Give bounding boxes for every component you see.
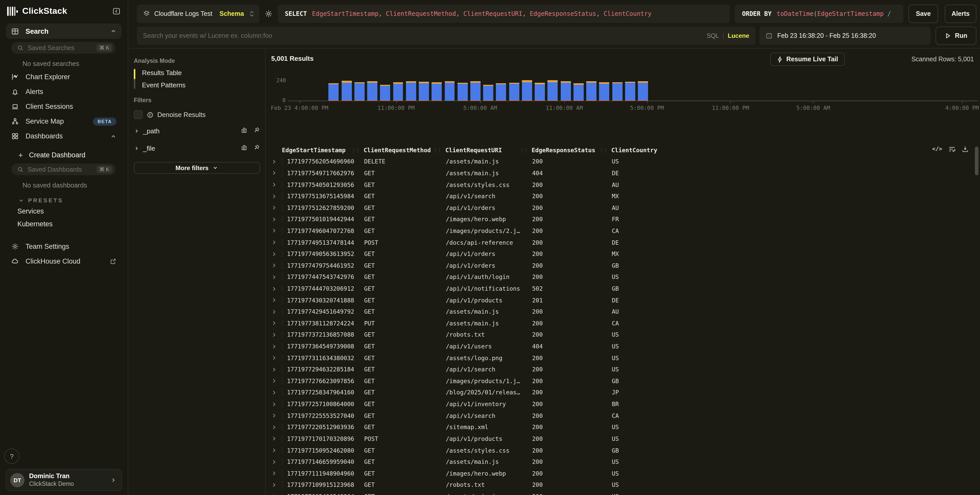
table-row[interactable]: 1771977276623097856 GET /images/products… bbox=[271, 375, 973, 387]
filter-field-path[interactable]: _path bbox=[134, 122, 260, 140]
sidebar-collapse-icon[interactable] bbox=[112, 7, 121, 15]
table-row[interactable]: 1771977372136857088 GET /robots.txt 200 … bbox=[271, 329, 973, 341]
table-row[interactable]: 1771977364549739008 GET /api/v1/users 40… bbox=[271, 341, 973, 352]
column-header[interactable]: EdgeResponseStatus⋮⋮ bbox=[531, 146, 611, 154]
bar-chart-icon[interactable] bbox=[241, 144, 248, 152]
row-expand-chevron-icon[interactable] bbox=[271, 285, 282, 292]
row-expand-chevron-icon[interactable] bbox=[271, 250, 282, 258]
table-row[interactable]: 1771977109915123968 GET /robots.txt 200 … bbox=[271, 479, 973, 491]
row-expand-chevron-icon[interactable] bbox=[271, 389, 282, 396]
table-row[interactable]: 1771977170170320896 POST /api/v1/product… bbox=[271, 433, 973, 444]
histogram-bar[interactable] bbox=[470, 81, 480, 100]
sql-toggle[interactable]: SQL bbox=[707, 32, 719, 39]
denoise-checkbox[interactable] bbox=[134, 110, 143, 119]
row-expand-chevron-icon[interactable] bbox=[271, 343, 282, 350]
table-row[interactable]: 1771977146659959040 GET /assets/main.js … bbox=[271, 456, 973, 468]
row-expand-chevron-icon[interactable] bbox=[271, 401, 282, 407]
column-header[interactable]: EdgeStartTimestamp⋮⋮ bbox=[282, 146, 364, 154]
table-row[interactable]: 1771977063406248064 GET /assets/main.js … bbox=[271, 491, 973, 495]
histogram-bar[interactable] bbox=[612, 82, 622, 100]
histogram-bar[interactable] bbox=[573, 83, 584, 100]
row-expand-chevron-icon[interactable] bbox=[271, 377, 282, 385]
chevron-up-icon[interactable] bbox=[110, 133, 116, 139]
row-expand-chevron-icon[interactable] bbox=[271, 227, 282, 234]
column-header[interactable]: ClientRequestURI⋮⋮ bbox=[445, 146, 531, 154]
column-resize-handle-icon[interactable]: ⋮⋮ bbox=[519, 148, 528, 153]
row-expand-chevron-icon[interactable] bbox=[271, 216, 282, 223]
source-select[interactable]: Cloudflare Logs Test Schema bbox=[137, 5, 259, 23]
row-expand-chevron-icon[interactable] bbox=[271, 354, 282, 361]
table-row[interactable]: 1771977490563613952 GET /api/v1/orders 2… bbox=[271, 248, 973, 260]
row-expand-chevron-icon[interactable] bbox=[271, 435, 282, 442]
table-row[interactable]: 1771977549717662976 GET /assets/main.js … bbox=[271, 167, 973, 179]
column-resize-handle-icon[interactable]: ⋮⋮ bbox=[352, 148, 360, 153]
table-row[interactable]: 1771977225553527040 GET /api/v1/search 2… bbox=[271, 410, 973, 422]
histogram-bar[interactable] bbox=[560, 81, 571, 100]
histogram-bar[interactable] bbox=[393, 82, 403, 100]
row-expand-chevron-icon[interactable] bbox=[271, 296, 282, 304]
histogram-bar[interactable] bbox=[329, 83, 339, 100]
pin-icon[interactable] bbox=[253, 127, 260, 135]
row-expand-chevron-icon[interactable] bbox=[271, 181, 282, 188]
table-row[interactable]: 1771977311634380032 GET /assets/logo.png… bbox=[271, 352, 973, 364]
vertical-scrollbar[interactable] bbox=[975, 146, 978, 402]
sidebar-item-team-settings[interactable]: Team Settings bbox=[6, 239, 121, 254]
scrollbar-thumb[interactable] bbox=[975, 146, 978, 175]
sidebar-item-client-sessions[interactable]: Client Sessions bbox=[6, 99, 121, 114]
sidebar-item-clickhouse-cloud[interactable]: ClickHouse Cloud bbox=[6, 254, 121, 269]
histogram-bar[interactable] bbox=[483, 85, 493, 100]
row-expand-chevron-icon[interactable] bbox=[271, 412, 282, 419]
row-expand-chevron-icon[interactable] bbox=[271, 274, 282, 281]
table-row[interactable]: 1771977111948904960 GET /images/hero.web… bbox=[271, 468, 973, 479]
bar-chart-icon[interactable] bbox=[241, 127, 248, 135]
row-expand-chevron-icon[interactable] bbox=[271, 331, 282, 338]
save-button[interactable]: Save bbox=[908, 5, 938, 23]
row-expand-chevron-icon[interactable] bbox=[271, 320, 282, 327]
row-expand-chevron-icon[interactable] bbox=[271, 204, 282, 211]
table-row[interactable]: 1771977495137478144 POST /docs/api-refer… bbox=[271, 237, 973, 248]
table-row[interactable]: 1771977540501293056 GET /assets/styles.c… bbox=[271, 179, 973, 190]
table-row[interactable]: 1771977220512903936 GET /sitemap.xml 200… bbox=[271, 422, 973, 433]
preset-item-services[interactable]: Services bbox=[6, 204, 121, 217]
row-expand-chevron-icon[interactable] bbox=[271, 424, 282, 431]
date-range-picker[interactable]: Feb 23 16:38:20 - Feb 25 16:38:20 bbox=[759, 27, 931, 45]
histogram-bar[interactable] bbox=[548, 80, 558, 100]
sidebar-item-service-map[interactable]: Service Map BETA bbox=[6, 114, 121, 129]
histogram-bar[interactable] bbox=[522, 80, 532, 100]
column-header[interactable]: ClientCountry bbox=[611, 146, 673, 154]
histogram-bar[interactable] bbox=[586, 81, 597, 100]
chart-plot[interactable] bbox=[288, 80, 978, 100]
histogram-bar[interactable] bbox=[445, 81, 455, 100]
row-expand-chevron-icon[interactable] bbox=[271, 366, 282, 373]
select-clause-input[interactable]: SELECT EdgeStartTimestamp, ClientRequest… bbox=[278, 5, 730, 23]
histogram-bar[interactable] bbox=[355, 82, 364, 100]
sidebar-item-dashboards[interactable]: Dashboards bbox=[6, 129, 121, 143]
table-row[interactable]: 1771977496047072768 GET /images/products… bbox=[271, 225, 973, 237]
user-menu[interactable]: DT Dominic Tran ClickStack Demo bbox=[6, 469, 122, 491]
table-row[interactable]: 1771977512627859200 GET /api/v1/orders 2… bbox=[271, 202, 973, 213]
row-expand-chevron-icon[interactable] bbox=[271, 447, 282, 454]
column-resize-handle-icon[interactable]: ⋮⋮ bbox=[433, 148, 441, 153]
column-header[interactable]: ClientRequestMethod⋮⋮ bbox=[364, 146, 445, 154]
query-settings-gear-icon[interactable] bbox=[264, 10, 272, 18]
histogram-bar[interactable] bbox=[496, 83, 506, 100]
alerts-button[interactable]: Alerts bbox=[945, 5, 977, 23]
table-row[interactable]: 1771977479754461952 GET /api/v1/orders 2… bbox=[271, 260, 973, 271]
table-row[interactable]: 1771977429451649792 GET /assets/main.js … bbox=[271, 306, 973, 317]
resume-live-tail-button[interactable]: Resume Live Tail bbox=[770, 53, 845, 66]
row-expand-chevron-icon[interactable] bbox=[271, 170, 282, 177]
table-row[interactable]: 1771977501019442944 GET /images/hero.web… bbox=[271, 213, 973, 225]
row-expand-chevron-icon[interactable] bbox=[271, 193, 282, 200]
saved-searches-input[interactable]: Saved Searches ⌘ K bbox=[11, 42, 115, 54]
histogram-bar[interactable] bbox=[341, 81, 352, 100]
row-expand-chevron-icon[interactable] bbox=[271, 158, 282, 165]
orderby-clause-input[interactable]: ORDER BY toDateTime(EdgeStartTimestamp / bbox=[735, 5, 904, 23]
row-expand-chevron-icon[interactable] bbox=[271, 481, 282, 489]
histogram-bar[interactable] bbox=[367, 81, 377, 100]
histogram-bar[interactable] bbox=[432, 83, 442, 100]
table-row[interactable]: 1771977444703206912 GET /api/v1/notifica… bbox=[271, 283, 973, 294]
table-row[interactable]: 1771977447543742976 GET /api/v1/auth/log… bbox=[271, 271, 973, 283]
create-dashboard-button[interactable]: + Create Dashboard bbox=[6, 143, 121, 161]
row-expand-chevron-icon[interactable] bbox=[271, 308, 282, 315]
table-row[interactable]: 1771977150952462080 GET /assets/styles.c… bbox=[271, 444, 973, 456]
